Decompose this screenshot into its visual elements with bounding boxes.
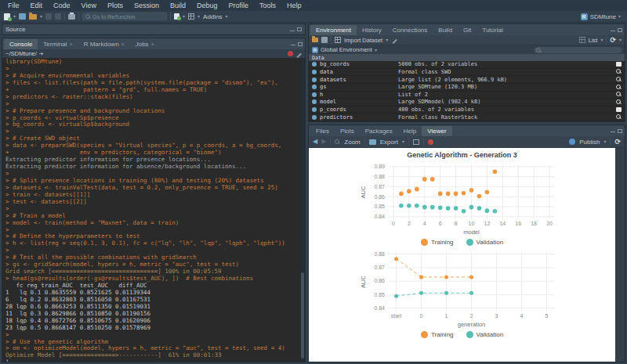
menu-view[interactable]: View xyxy=(76,0,102,11)
inspect-icon[interactable] xyxy=(616,92,622,97)
tab-git[interactable]: Git xyxy=(458,25,477,35)
maximize-icon[interactable] xyxy=(618,28,622,32)
tab-r-markdown[interactable]: R Markdown× xyxy=(78,39,130,49)
open-file-caret-icon[interactable]: ▾ xyxy=(40,14,42,19)
project-selector[interactable]: R SDMtune ▾ xyxy=(581,13,623,20)
clear-environment-icon[interactable] xyxy=(391,37,397,43)
tab-history[interactable]: History xyxy=(357,25,387,35)
environment-variable-row[interactable]: datasetsLarge list (2 elements, 966.9 kB… xyxy=(309,76,625,84)
environment-variable-row[interactable]: modelLarge SDMmodel (902.4 kB) xyxy=(309,99,625,106)
console-output[interactable]: library(SDMtune)>> # Acquire environment… xyxy=(2,58,305,362)
inspect-icon[interactable] xyxy=(616,69,622,74)
tab-terminal[interactable]: Terminal× xyxy=(38,39,78,49)
menu-debug[interactable]: Debug xyxy=(191,0,223,11)
workspace-icon[interactable] xyxy=(174,13,179,20)
maximize-icon[interactable] xyxy=(298,42,303,46)
environment-variable-row[interactable]: hList of 2 xyxy=(309,92,625,99)
maximize-icon[interactable] xyxy=(297,27,302,31)
menu-help[interactable]: Help xyxy=(281,0,307,11)
publish-button[interactable]: Publish xyxy=(579,139,600,146)
view-table-icon[interactable] xyxy=(616,62,622,67)
tab-jobs[interactable]: Jobs× xyxy=(130,39,160,49)
new-file-icon[interactable] xyxy=(4,13,10,20)
viewer-refresh-icon[interactable]: ⟳ xyxy=(614,139,621,146)
new-window-icon[interactable] xyxy=(413,139,419,145)
menu-plots[interactable]: Plots xyxy=(102,0,129,11)
list-view-button[interactable]: List xyxy=(589,37,598,44)
environment-variable-row[interactable]: dataFormal class SWD xyxy=(309,69,625,77)
addins-grid-icon[interactable] xyxy=(188,13,194,20)
minimize-icon[interactable] xyxy=(291,45,295,45)
import-dataset-caret-icon[interactable]: ▾ xyxy=(386,38,388,42)
environment-variable-row[interactable]: predictorsFormal class RasterStack xyxy=(309,114,625,121)
tab-build[interactable]: Build xyxy=(433,25,458,35)
console-scrollbar-thumb[interactable] xyxy=(301,272,304,359)
inspect-icon[interactable] xyxy=(616,85,622,90)
close-icon[interactable]: × xyxy=(151,41,154,47)
menu-edit[interactable]: Edit xyxy=(25,0,49,11)
addins-button[interactable]: Addins xyxy=(203,13,222,20)
load-workspace-icon[interactable] xyxy=(312,38,318,42)
save-icon[interactable] xyxy=(45,13,52,20)
new-file-caret-icon[interactable]: ▾ xyxy=(13,14,16,19)
save-all-icon[interactable] xyxy=(55,13,61,20)
environment-search-input[interactable] xyxy=(534,47,622,53)
stop-icon[interactable] xyxy=(288,51,293,56)
tab-connections[interactable]: Connections xyxy=(387,25,433,35)
close-icon[interactable]: × xyxy=(121,41,125,47)
refresh-icon[interactable]: ⟳ xyxy=(610,37,616,44)
tab-plots[interactable]: Plots xyxy=(335,126,360,136)
environment-scope-select[interactable]: Global Environment xyxy=(321,46,372,53)
minimize-icon[interactable] xyxy=(611,132,615,132)
import-dataset-button[interactable]: Import Dataset xyxy=(344,37,382,44)
save-workspace-icon[interactable] xyxy=(321,37,328,43)
environment-variable-row[interactable]: gsLarge SDMtune (120.3 MB) xyxy=(309,84,625,92)
list-view-icon[interactable] xyxy=(579,37,585,43)
workspace-caret-icon[interactable]: ▾ xyxy=(183,14,185,19)
forward-icon[interactable]: ▶ xyxy=(321,139,326,145)
menu-profile[interactable]: Profile xyxy=(223,0,255,11)
tab-packages[interactable]: Packages xyxy=(360,126,398,136)
inspect-icon[interactable] xyxy=(616,114,622,120)
console-scrollbar[interactable] xyxy=(300,58,305,362)
goto-directory-icon[interactable]: ➜ xyxy=(39,51,44,57)
menu-build[interactable]: Build xyxy=(165,0,191,11)
menu-file[interactable]: File xyxy=(2,0,25,11)
back-icon[interactable]: ◀ xyxy=(313,139,317,145)
object-icon xyxy=(312,62,317,67)
publish-caret-icon[interactable]: ▾ xyxy=(603,139,606,144)
inspect-icon[interactable] xyxy=(616,77,622,82)
environment-variable-row[interactable]: p_coords400 obs. of 2 variables xyxy=(309,106,625,114)
refresh-caret-icon[interactable]: ▾ xyxy=(619,38,622,42)
tab-tutorial[interactable]: Tutorial xyxy=(477,25,508,35)
remove-plot-icon[interactable] xyxy=(428,139,433,145)
open-file-icon[interactable] xyxy=(29,14,37,20)
view-table-icon[interactable] xyxy=(616,107,622,112)
zoom-button[interactable]: Zoom xyxy=(344,139,360,146)
export-button[interactable]: Export xyxy=(380,139,398,146)
minimize-icon[interactable] xyxy=(611,31,615,31)
inspect-icon[interactable] xyxy=(616,99,622,105)
clear-console-icon[interactable] xyxy=(295,51,302,57)
import-dataset-icon[interactable] xyxy=(335,37,341,43)
export-caret-icon[interactable]: ▾ xyxy=(402,139,404,144)
zoom-icon[interactable] xyxy=(335,139,340,145)
tab-help[interactable]: Help xyxy=(398,126,422,136)
tab-files[interactable]: Files xyxy=(310,126,335,136)
maximize-icon[interactable] xyxy=(618,129,622,133)
menu-tools[interactable]: Tools xyxy=(254,0,281,11)
menu-code[interactable]: Code xyxy=(48,0,76,11)
scope-caret-icon[interactable]: ▾ xyxy=(375,48,377,52)
list-view-caret-icon[interactable]: ▾ xyxy=(600,38,603,42)
environment-variable-row[interactable]: bg_coords5000 obs. of 2 variables xyxy=(309,61,625,69)
addins-caret-icon[interactable]: ▾ xyxy=(226,14,228,19)
tab-viewer[interactable]: Viewer xyxy=(422,126,451,136)
menu-session[interactable]: Session xyxy=(129,0,165,11)
minimize-icon[interactable] xyxy=(290,31,295,31)
new-project-icon[interactable] xyxy=(19,13,26,20)
tab-environment[interactable]: Environment xyxy=(310,25,357,35)
close-icon[interactable]: × xyxy=(70,41,73,47)
goto-file-input[interactable]: Go to file/function xyxy=(82,13,167,20)
tab-console[interactable]: Console xyxy=(4,39,38,49)
print-icon[interactable] xyxy=(68,14,75,20)
